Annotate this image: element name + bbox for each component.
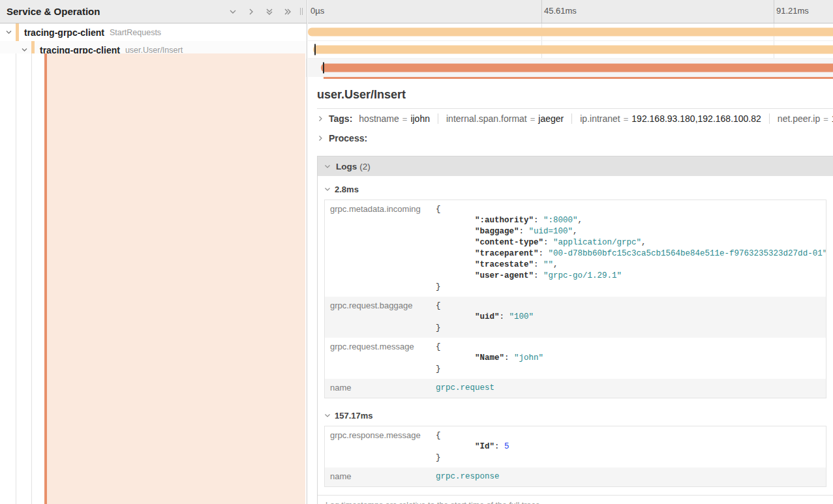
gridline <box>541 0 542 23</box>
selected-span-detail-accent <box>44 53 305 504</box>
tag-separator <box>438 113 438 124</box>
log-field-row: grpc.metadata.incoming{ ":authority": ":… <box>325 200 826 297</box>
expand-all-icon[interactable] <box>283 7 292 16</box>
log-field-key: name <box>325 467 424 486</box>
span-detail-top-accent <box>324 77 833 79</box>
tags-accordion-header[interactable]: Tags: hostname=ijohninternal.span.format… <box>317 109 833 128</box>
log-field-row: namegrpc.response <box>325 467 826 486</box>
tag-item: internal.span.format=jaeger <box>446 113 564 124</box>
chevron-down-icon[interactable] <box>21 46 29 53</box>
tags-label: Tags: <box>329 113 352 124</box>
log-entry-header[interactable]: 157.17ms <box>324 406 826 424</box>
log-marker[interactable] <box>323 63 324 74</box>
logs-count: (2) <box>359 162 371 171</box>
log-fields-table: grpc.metadata.incoming{ ":authority": ":… <box>324 200 826 398</box>
log-field-row: grpc.request.baggage{ "uid": "100" } <box>325 297 826 338</box>
log-field-value[interactable]: { "Name": "john" } <box>424 338 826 379</box>
tick-label-91ms: 91.21ms <box>776 6 809 16</box>
chevron-right-icon[interactable] <box>317 135 324 141</box>
logs-body: 2.8msgrpc.metadata.incoming{ ":authority… <box>318 176 833 504</box>
tag-item: ip.intranet=192.168.93.180,192.168.100.8… <box>580 113 761 124</box>
log-timestamp: 157.17ms <box>335 411 373 421</box>
span-bar[interactable] <box>313 46 833 54</box>
log-marker[interactable] <box>314 44 316 55</box>
logs-footer-note: Log timestamps are relative to the start… <box>318 495 833 504</box>
panel-title: Service & Operation <box>7 6 228 17</box>
chevron-down-icon[interactable] <box>324 412 331 419</box>
timeline-row-client-insert <box>308 41 833 59</box>
timeline-panel: 0µs 45.61ms 91.21ms user.User/Insert <box>308 0 833 504</box>
tags-list: hostname=ijohninternal.span.format=jaege… <box>359 113 833 124</box>
span-bar[interactable] <box>321 64 833 72</box>
chevron-down-icon[interactable] <box>5 29 13 36</box>
timeline-rows <box>308 23 833 77</box>
chevron-right-icon[interactable] <box>317 115 324 122</box>
log-field-key: grpc.request.message <box>325 338 424 379</box>
log-timestamp: 2.8ms <box>335 185 359 194</box>
span-bar[interactable] <box>308 28 833 37</box>
span-row-start-requests[interactable]: tracing-grpc-client StartRequests <box>0 23 307 41</box>
indent-guide <box>31 53 32 504</box>
log-field-value: grpc.response <box>424 467 826 486</box>
selected-span-indent-area <box>0 53 306 504</box>
tag-item: hostname=ijohn <box>359 113 430 124</box>
log-field-value[interactable]: { ":authority": ":8000", "baggage": "uid… <box>424 200 826 297</box>
span-detail-title: user.User/Insert <box>317 88 833 102</box>
collapse-all-icon[interactable] <box>265 7 274 16</box>
tree-toolbar <box>228 7 292 16</box>
gridline <box>774 0 774 23</box>
tick-label-0us: 0µs <box>310 6 324 16</box>
timeline-row-start-requests <box>308 23 833 41</box>
logs-entries: 2.8msgrpc.metadata.incoming{ ":authority… <box>324 180 826 487</box>
span-detail-panel: user.User/Insert Tags: hostname=ijohnint… <box>308 79 833 504</box>
log-field-row: namegrpc.request <box>325 379 826 398</box>
logs-label: Logs <box>336 162 357 171</box>
log-field-key: grpc.request.baggage <box>325 297 424 338</box>
logs-accordion-header[interactable]: Logs (2) <box>318 156 833 176</box>
service-operation-panel: Service & Operation tracing-grpc-client … <box>0 0 307 504</box>
indent-guide <box>16 53 16 504</box>
timeline-header: 0µs 45.61ms 91.21ms <box>308 0 833 23</box>
log-entry-header[interactable]: 2.8ms <box>324 180 826 198</box>
log-field-value[interactable]: { "uid": "100" } <box>424 297 826 338</box>
log-field-row: grpc.response.message{ "Id": 5 } <box>325 426 826 467</box>
tag-item: net.peer.ip=127.0 <box>778 113 833 124</box>
span-color-accent <box>16 23 19 41</box>
collapse-one-icon[interactable] <box>228 7 237 16</box>
log-field-key: name <box>325 379 424 398</box>
tick-label-45ms: 45.61ms <box>544 6 577 16</box>
service-name: tracing-grpc-client <box>24 27 104 38</box>
chevron-down-icon[interactable] <box>324 163 331 170</box>
operation-name: StartRequests <box>110 28 161 37</box>
column-resizer-grip[interactable] <box>300 8 303 15</box>
chevron-down-icon[interactable] <box>324 186 331 192</box>
tag-separator <box>571 113 572 124</box>
log-field-key: grpc.metadata.incoming <box>325 200 424 297</box>
tag-separator <box>769 113 770 124</box>
log-field-key: grpc.response.message <box>325 426 424 467</box>
log-fields-table: grpc.response.message{ "Id": 5 }namegrpc… <box>324 426 826 487</box>
expand-one-icon[interactable] <box>247 7 256 16</box>
process-accordion-header[interactable]: Process: <box>317 128 833 148</box>
log-field-row: grpc.request.message{ "Name": "john" } <box>325 338 826 379</box>
logs-accordion: Logs (2) 2.8msgrpc.metadata.incoming{ ":… <box>317 156 833 504</box>
jaeger-trace-view: Service & Operation tracing-grpc-client … <box>0 0 833 504</box>
timeline-row-server-insert <box>308 59 833 77</box>
service-operation-header: Service & Operation <box>0 0 307 23</box>
log-field-value[interactable]: { "Id": 5 } <box>424 426 826 467</box>
process-label: Process: <box>329 133 367 143</box>
log-field-value: grpc.request <box>424 379 826 398</box>
